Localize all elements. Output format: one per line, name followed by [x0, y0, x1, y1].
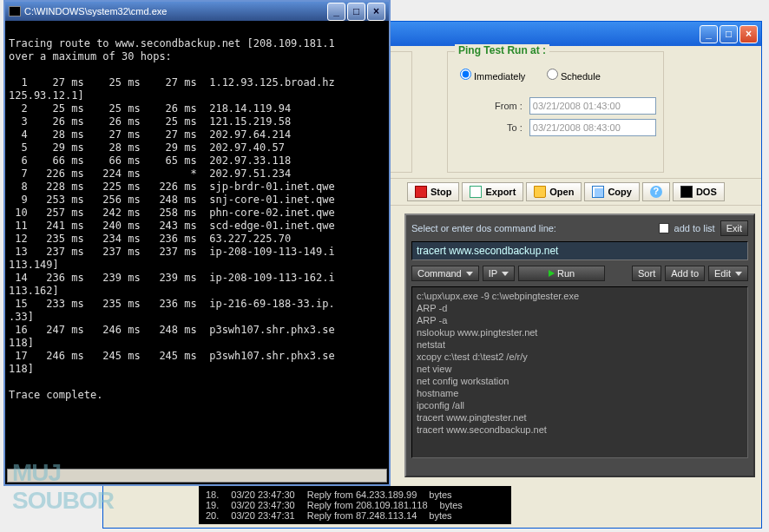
history-item[interactable]: tracert www.pingtester.net — [415, 411, 745, 424]
schedule-title: Ping Test Run at : — [455, 44, 549, 56]
dos-icon — [680, 186, 693, 198]
history-item[interactable]: ipconfig /all — [415, 399, 745, 411]
addlist-label: add to list — [674, 223, 715, 233]
history-item[interactable]: ARP -d — [415, 302, 745, 314]
schedule-group: Ping Test Run at : Immediately Schedule … — [447, 51, 664, 173]
export-icon — [470, 186, 482, 198]
ping-results: 18.03/20 23:47:30Reply from 64.233.189.9… — [199, 486, 511, 524]
to-label: To : — [455, 122, 523, 133]
cmd-output: Tracing route to www.secondbackup.net [2… — [5, 21, 389, 470]
to-datetime[interactable] — [529, 119, 656, 136]
cmd-titlebar: C:\WINDOWS\system32\cmd.exe _ □ × — [5, 2, 389, 21]
help-icon: ? — [650, 186, 662, 198]
help-button[interactable]: ? — [642, 182, 670, 201]
watermark: MUJSOUBOR — [12, 459, 114, 515]
maximize-button[interactable]: □ — [720, 25, 738, 43]
cmd-window: C:\WINDOWS\system32\cmd.exe _ □ × Tracin… — [3, 0, 391, 486]
cmd-title: C:\WINDOWS\system32\cmd.exe — [24, 6, 167, 16]
history-item[interactable]: ARP -a — [415, 314, 745, 326]
cmd-maximize[interactable]: □ — [347, 3, 365, 21]
open-icon — [534, 186, 546, 198]
minimize-button[interactable]: _ — [700, 25, 718, 43]
dos-history-list[interactable]: c:\upx\upx.exe -9 c:\webpingtester.exeAR… — [411, 286, 748, 458]
ping-row: 18.03/20 23:47:30Reply from 64.233.189.9… — [206, 489, 504, 500]
cmd-icon — [9, 6, 21, 16]
history-item[interactable]: net config workstation — [415, 375, 745, 387]
cmd-close[interactable]: × — [367, 3, 385, 21]
history-item[interactable]: nslookup www.pingtester.net — [415, 326, 745, 338]
addto-button[interactable]: Add to — [665, 266, 705, 281]
from-label: From : — [455, 101, 523, 111]
open-button[interactable]: Open — [526, 182, 582, 201]
dos-command-input[interactable] — [411, 241, 748, 260]
play-icon — [549, 270, 555, 277]
dos-panel: Select or enter dos command line: add to… — [404, 213, 755, 477]
ping-row: 20.03/20 23:47:31Reply from 87.248.113.1… — [206, 510, 504, 521]
sort-button[interactable]: Sort — [632, 266, 661, 281]
history-item[interactable]: c:\upx\upx.exe -9 c:\webpingtester.exe — [415, 290, 745, 302]
history-item[interactable]: xcopy c:\test d:\test2 /e/r/y — [415, 351, 745, 363]
stop-icon — [415, 186, 427, 198]
copy-icon — [592, 186, 604, 198]
command-menu[interactable]: Command — [411, 266, 479, 281]
schedule-radio[interactable]: Schedule — [547, 71, 601, 82]
dos-prompt: Select or enter dos command line: — [411, 223, 654, 233]
close-button[interactable]: × — [739, 25, 758, 43]
edit-menu[interactable]: Edit — [708, 266, 748, 281]
addlist-checkbox[interactable] — [659, 223, 669, 233]
history-item[interactable]: tracert www.secondbackup.net — [415, 424, 745, 436]
history-item[interactable]: netstat — [415, 338, 745, 351]
exit-button[interactable]: Exit — [720, 220, 748, 236]
copy-button[interactable]: Copy — [584, 182, 640, 201]
stop-button[interactable]: Stop — [407, 182, 459, 201]
dos-button[interactable]: DOS — [673, 182, 725, 201]
from-datetime[interactable] — [529, 97, 656, 115]
history-item[interactable]: hostname — [415, 387, 745, 399]
cmd-minimize[interactable]: _ — [327, 3, 345, 21]
ping-row: 19.03/20 23:47:30Reply from 208.109.181.… — [206, 500, 504, 510]
history-item[interactable]: net view — [415, 363, 745, 375]
ip-menu[interactable]: IP — [483, 266, 515, 281]
export-button[interactable]: Export — [462, 182, 523, 201]
immediately-radio[interactable]: Immediately — [460, 71, 525, 82]
run-button[interactable]: Run — [518, 266, 605, 281]
